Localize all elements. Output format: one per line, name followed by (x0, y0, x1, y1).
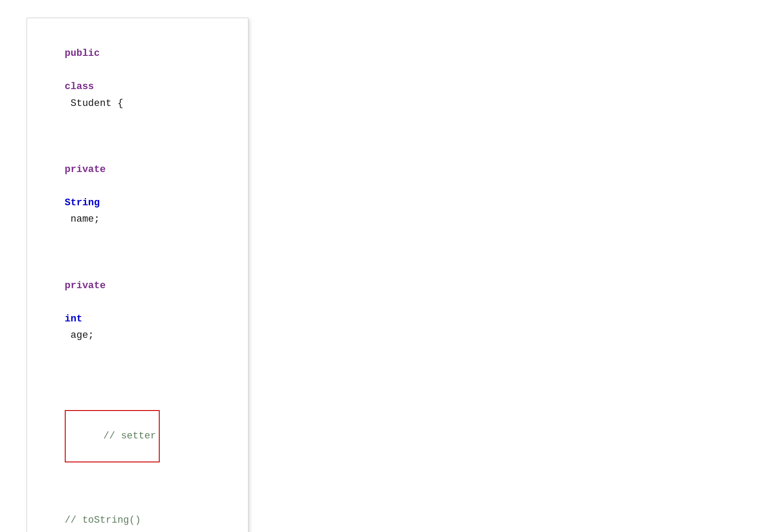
kw-class: class (65, 81, 94, 92)
comment-tostring: // toString() (65, 515, 141, 526)
java-line-4 (41, 360, 234, 377)
kw-private-2: private (65, 280, 106, 291)
java-line-6: // toString() (41, 479, 234, 532)
kw-private-1: private (65, 164, 106, 175)
kw-public: public (65, 48, 100, 59)
java-line-2: private String name; (41, 128, 234, 244)
java-line-3: private int age; (41, 244, 234, 360)
java-class-block: public class Student { private String na… (27, 18, 248, 532)
type-int: int (65, 313, 83, 325)
java-line-1: public class Student { (41, 29, 234, 128)
comment-setter: // setter (103, 430, 156, 442)
java-line-5: // setter (41, 377, 234, 479)
type-string: String (65, 197, 100, 208)
setter-highlight: // setter (65, 410, 160, 462)
